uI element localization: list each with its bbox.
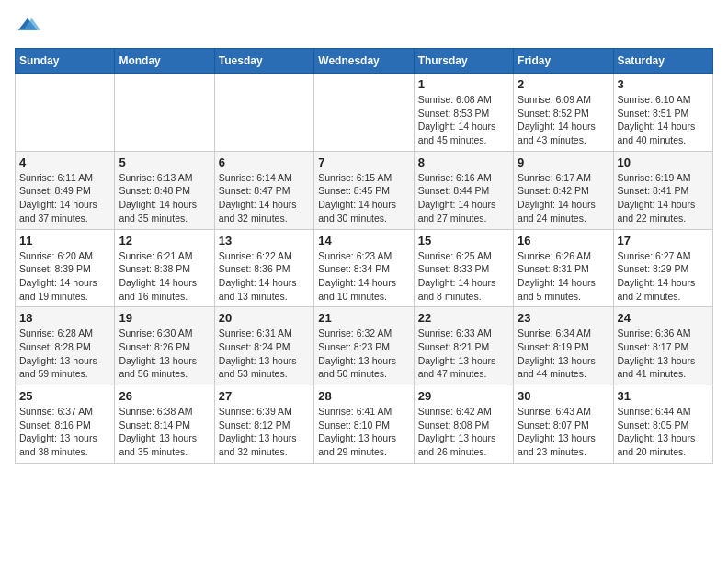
day-cell: 14Sunrise: 6:23 AMSunset: 8:34 PMDayligh…	[314, 229, 414, 307]
day-number: 5	[119, 155, 210, 169]
day-cell: 4Sunrise: 6:11 AMSunset: 8:49 PMDaylight…	[16, 151, 115, 229]
day-number: 30	[518, 389, 609, 403]
day-number: 23	[518, 311, 609, 325]
day-number: 19	[119, 311, 210, 325]
day-cell: 6Sunrise: 6:14 AMSunset: 8:47 PMDaylight…	[214, 151, 313, 229]
day-number: 10	[618, 155, 709, 169]
day-info: Sunrise: 6:10 AMSunset: 8:51 PMDaylight:…	[618, 93, 709, 147]
day-info: Sunrise: 6:11 AMSunset: 8:49 PMDaylight:…	[19, 171, 110, 225]
day-number: 8	[418, 155, 509, 169]
page-header	[15, 15, 713, 40]
day-number: 25	[19, 389, 110, 403]
day-number: 3	[618, 77, 709, 91]
day-info: Sunrise: 6:44 AMSunset: 8:05 PMDaylight:…	[618, 405, 709, 459]
day-cell: 18Sunrise: 6:28 AMSunset: 8:28 PMDayligh…	[16, 307, 115, 385]
day-number: 9	[518, 155, 609, 169]
day-info: Sunrise: 6:38 AMSunset: 8:14 PMDaylight:…	[119, 405, 210, 459]
day-header-friday: Friday	[514, 49, 613, 74]
day-info: Sunrise: 6:43 AMSunset: 8:07 PMDaylight:…	[518, 405, 609, 459]
day-number: 31	[618, 389, 709, 403]
day-number: 24	[618, 311, 709, 325]
day-header-wednesday: Wednesday	[314, 49, 414, 74]
day-info: Sunrise: 6:33 AMSunset: 8:21 PMDaylight:…	[418, 327, 509, 381]
day-info: Sunrise: 6:16 AMSunset: 8:44 PMDaylight:…	[418, 171, 509, 225]
day-cell: 12Sunrise: 6:21 AMSunset: 8:38 PMDayligh…	[115, 229, 214, 307]
day-cell: 11Sunrise: 6:20 AMSunset: 8:39 PMDayligh…	[16, 229, 115, 307]
day-info: Sunrise: 6:19 AMSunset: 8:41 PMDaylight:…	[618, 171, 709, 225]
day-cell: 7Sunrise: 6:15 AMSunset: 8:45 PMDaylight…	[314, 151, 414, 229]
week-row-5: 25Sunrise: 6:37 AMSunset: 8:16 PMDayligh…	[16, 385, 713, 464]
day-number: 6	[219, 155, 310, 169]
day-info: Sunrise: 6:20 AMSunset: 8:39 PMDaylight:…	[19, 249, 110, 304]
day-info: Sunrise: 6:28 AMSunset: 8:28 PMDaylight:…	[19, 327, 110, 381]
day-cell: 30Sunrise: 6:43 AMSunset: 8:07 PMDayligh…	[514, 385, 613, 464]
day-number: 2	[518, 77, 609, 91]
week-row-4: 18Sunrise: 6:28 AMSunset: 8:28 PMDayligh…	[16, 307, 713, 385]
day-number: 1	[418, 77, 509, 91]
day-header-monday: Monday	[115, 49, 214, 74]
day-cell: 10Sunrise: 6:19 AMSunset: 8:41 PMDayligh…	[613, 151, 712, 229]
day-info: Sunrise: 6:25 AMSunset: 8:33 PMDaylight:…	[418, 249, 509, 304]
day-cell: 9Sunrise: 6:17 AMSunset: 8:42 PMDaylight…	[514, 151, 613, 229]
day-number: 21	[318, 311, 409, 325]
week-row-1: 1Sunrise: 6:08 AMSunset: 8:53 PMDaylight…	[16, 74, 713, 152]
day-number: 17	[618, 234, 709, 247]
day-number: 7	[318, 155, 409, 169]
day-info: Sunrise: 6:22 AMSunset: 8:36 PMDaylight:…	[219, 249, 310, 304]
day-cell	[115, 74, 214, 152]
day-info: Sunrise: 6:39 AMSunset: 8:12 PMDaylight:…	[219, 405, 310, 459]
week-row-2: 4Sunrise: 6:11 AMSunset: 8:49 PMDaylight…	[16, 151, 713, 229]
day-info: Sunrise: 6:41 AMSunset: 8:10 PMDaylight:…	[318, 405, 409, 459]
calendar-table: SundayMondayTuesdayWednesdayThursdayFrid…	[15, 48, 713, 464]
day-number: 29	[418, 389, 509, 403]
day-cell: 19Sunrise: 6:30 AMSunset: 8:26 PMDayligh…	[115, 307, 214, 385]
day-cell: 23Sunrise: 6:34 AMSunset: 8:19 PMDayligh…	[514, 307, 613, 385]
day-cell: 1Sunrise: 6:08 AMSunset: 8:53 PMDaylight…	[414, 74, 513, 152]
day-info: Sunrise: 6:42 AMSunset: 8:08 PMDaylight:…	[418, 405, 509, 459]
day-info: Sunrise: 6:14 AMSunset: 8:47 PMDaylight:…	[219, 171, 310, 225]
day-cell: 26Sunrise: 6:38 AMSunset: 8:14 PMDayligh…	[115, 385, 214, 464]
day-info: Sunrise: 6:36 AMSunset: 8:17 PMDaylight:…	[618, 327, 709, 381]
day-info: Sunrise: 6:37 AMSunset: 8:16 PMDaylight:…	[19, 405, 110, 459]
day-info: Sunrise: 6:32 AMSunset: 8:23 PMDaylight:…	[318, 327, 409, 381]
day-number: 12	[119, 234, 210, 247]
day-header-saturday: Saturday	[613, 49, 712, 74]
day-cell: 16Sunrise: 6:26 AMSunset: 8:31 PMDayligh…	[514, 229, 613, 307]
day-cell: 25Sunrise: 6:37 AMSunset: 8:16 PMDayligh…	[16, 385, 115, 464]
day-number: 18	[19, 311, 110, 325]
day-cell	[314, 74, 414, 152]
day-cell: 8Sunrise: 6:16 AMSunset: 8:44 PMDaylight…	[414, 151, 513, 229]
day-number: 13	[219, 234, 310, 247]
day-info: Sunrise: 6:23 AMSunset: 8:34 PMDaylight:…	[318, 249, 409, 304]
day-info: Sunrise: 6:17 AMSunset: 8:42 PMDaylight:…	[518, 171, 609, 225]
day-info: Sunrise: 6:09 AMSunset: 8:52 PMDaylight:…	[518, 93, 609, 147]
day-cell: 27Sunrise: 6:39 AMSunset: 8:12 PMDayligh…	[214, 385, 313, 464]
day-header-tuesday: Tuesday	[214, 49, 313, 74]
day-cell: 24Sunrise: 6:36 AMSunset: 8:17 PMDayligh…	[613, 307, 712, 385]
day-number: 28	[318, 389, 409, 403]
day-cell: 3Sunrise: 6:10 AMSunset: 8:51 PMDaylight…	[613, 74, 712, 152]
day-info: Sunrise: 6:15 AMSunset: 8:45 PMDaylight:…	[318, 171, 409, 225]
day-number: 27	[219, 389, 310, 403]
day-cell: 5Sunrise: 6:13 AMSunset: 8:48 PMDaylight…	[115, 151, 214, 229]
logo	[15, 15, 44, 40]
day-number: 20	[219, 311, 310, 325]
day-number: 11	[19, 234, 110, 247]
day-number: 14	[318, 234, 409, 247]
day-cell: 20Sunrise: 6:31 AMSunset: 8:24 PMDayligh…	[214, 307, 313, 385]
day-cell: 31Sunrise: 6:44 AMSunset: 8:05 PMDayligh…	[613, 385, 712, 464]
day-number: 15	[418, 234, 509, 247]
day-info: Sunrise: 6:27 AMSunset: 8:29 PMDaylight:…	[618, 249, 709, 304]
day-cell: 13Sunrise: 6:22 AMSunset: 8:36 PMDayligh…	[214, 229, 313, 307]
logo-icon	[15, 15, 40, 40]
day-cell: 22Sunrise: 6:33 AMSunset: 8:21 PMDayligh…	[414, 307, 513, 385]
day-info: Sunrise: 6:21 AMSunset: 8:38 PMDaylight:…	[119, 249, 210, 304]
day-cell: 21Sunrise: 6:32 AMSunset: 8:23 PMDayligh…	[314, 307, 414, 385]
day-info: Sunrise: 6:13 AMSunset: 8:48 PMDaylight:…	[119, 171, 210, 225]
day-header-thursday: Thursday	[414, 49, 513, 74]
day-header-sunday: Sunday	[16, 49, 115, 74]
day-cell: 17Sunrise: 6:27 AMSunset: 8:29 PMDayligh…	[613, 229, 712, 307]
day-number: 4	[19, 155, 110, 169]
day-number: 26	[119, 389, 210, 403]
day-cell: 29Sunrise: 6:42 AMSunset: 8:08 PMDayligh…	[414, 385, 513, 464]
